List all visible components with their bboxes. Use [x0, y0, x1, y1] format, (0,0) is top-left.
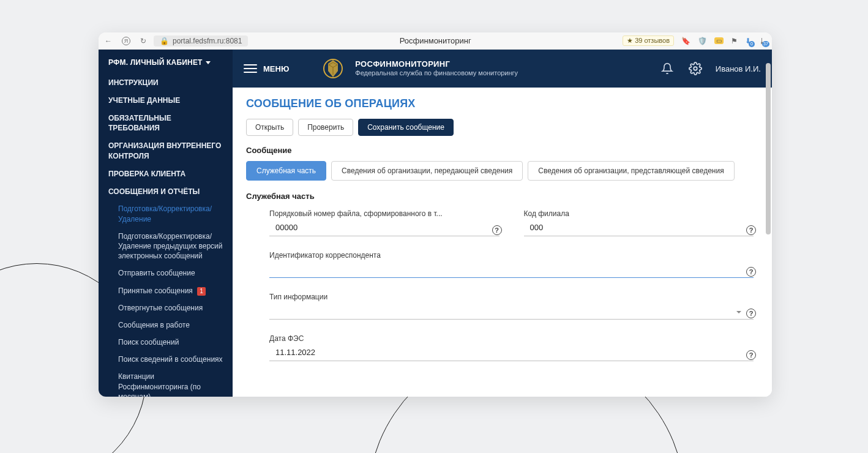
back-icon[interactable]: ←: [105, 37, 112, 45]
badge-count: 1: [197, 287, 206, 296]
open-button[interactable]: Открыть: [246, 119, 293, 136]
emblem-icon: [320, 55, 346, 82]
help-icon[interactable]: ?: [746, 350, 756, 360]
correspondent-id-label: Идентификатор корреспондента: [269, 251, 754, 260]
bookmark-icon[interactable]: 🔖: [681, 37, 690, 45]
page-tab-title: Росфинмониторинг: [255, 36, 615, 45]
sidebar-item-internal-control[interactable]: ОРГАНИЗАЦИЯ ВНУТРЕННЕГО КОНТРОЛЯ: [99, 137, 233, 165]
sidebar-item-account-data[interactable]: УЧЕТНЫЕ ДАННЫЕ: [99, 92, 233, 110]
help-icon[interactable]: ?: [746, 309, 756, 318]
menu-label: МЕНЮ: [263, 64, 289, 73]
brand: РОСФИНМОНИТОРИНГ Федеральная служба по ф…: [320, 55, 518, 82]
sidebar-sub-prepare-edit-delete[interactable]: Подготовка/Корректировка/Удаление: [99, 200, 233, 227]
extension-icon-1[interactable]: 🛡️: [698, 37, 707, 45]
help-icon[interactable]: ?: [492, 225, 502, 235]
reload-icon[interactable]: ↻: [140, 37, 146, 45]
help-icon[interactable]: ?: [746, 225, 756, 235]
brand-subtitle: Федеральная служба по финансовому монито…: [355, 69, 518, 77]
branch-code-label: Код филиала: [524, 209, 754, 218]
address-bar[interactable]: 🔒 portal.fedsfm.ru:8081: [154, 36, 248, 47]
svg-point-1: [694, 67, 697, 70]
save-button[interactable]: Сохранить сообщение: [358, 119, 454, 136]
brand-title: РОСФИНМОНИТОРИНГ: [355, 59, 518, 69]
sub-title: Служебная часть: [246, 192, 758, 201]
action-row: Открыть Проверить Сохранить сообщение: [246, 119, 758, 136]
file-seq-input[interactable]: [269, 220, 499, 236]
check-button[interactable]: Проверить: [298, 119, 353, 136]
reviews-badge[interactable]: ★ 39 отзывов: [623, 36, 674, 46]
sidebar-sub-rejected[interactable]: Отвергнутые сообщения: [99, 299, 233, 316]
extension-icon-2[interactable]: ▭: [714, 37, 724, 44]
form-area: Порядковый номер файла, сформированного …: [246, 209, 758, 361]
extension-icon-3[interactable]: ⚑: [731, 37, 738, 45]
sidebar-head-label: РФМ. ЛИЧНЫЙ КАБИНЕТ: [108, 58, 203, 67]
help-icon[interactable]: ?: [746, 267, 756, 277]
notifications-icon[interactable]: [659, 61, 675, 77]
page-title: СООБЩЕНИЕ ОБ ОПЕРАЦИЯХ: [246, 97, 758, 110]
tab-org-representing[interactable]: Сведения об организации, представляющей …: [528, 161, 734, 181]
browser-toolbar: ← Я ↻ 🔒 portal.fedsfm.ru:8081 Росфинмони…: [99, 32, 772, 50]
yandex-icon[interactable]: Я: [122, 37, 130, 45]
sidebar-item-instructions[interactable]: ИНСТРУКЦИИ: [99, 74, 233, 92]
tab-service-part[interactable]: Служебная часть: [246, 161, 326, 181]
sidebar-sub-label: Принятые сообщения: [118, 286, 193, 295]
settings-icon[interactable]: [687, 61, 703, 77]
scrollbar[interactable]: [766, 51, 771, 395]
extension-icon-4[interactable]: ⬇0: [745, 37, 751, 45]
content: СООБЩЕНИЕ ОБ ОПЕРАЦИЯХ Открыть Проверить…: [233, 88, 772, 397]
hamburger-icon: [244, 64, 257, 73]
section-label: Сообщение: [246, 146, 758, 155]
menu-button[interactable]: МЕНЮ: [244, 64, 289, 73]
sidebar-item-requirements[interactable]: ОБЯЗАТЕЛЬНЫЕ ТРЕБОВАНИЯ: [99, 110, 233, 138]
tab-row: Служебная часть Сведения об организации,…: [246, 161, 758, 181]
topbar: МЕНЮ РОСФИНМОНИТОРИНГ Федеральная служба…: [233, 50, 772, 88]
file-seq-label: Порядковый номер файла, сформированного …: [269, 209, 499, 218]
sidebar-sub-accepted[interactable]: Принятые сообщения 1: [99, 282, 233, 299]
address-text: portal.fedsfm.ru:8081: [173, 37, 242, 45]
info-type-label: Тип информации: [269, 293, 754, 301]
user-name[interactable]: Иванов И.И.: [716, 64, 761, 73]
sidebar-item-client-check[interactable]: ПРОВЕРКА КЛИЕНТА: [99, 165, 233, 183]
sidebar-sub-search-messages[interactable]: Поиск сообщений: [99, 334, 233, 351]
lock-icon: 🔒: [160, 37, 169, 45]
caret-down-icon: [206, 61, 211, 64]
main-area: МЕНЮ РОСФИНМОНИТОРИНГ Федеральная служба…: [233, 50, 772, 397]
sidebar: РФМ. ЛИЧНЫЙ КАБИНЕТ ИНСТРУКЦИИ УЧЕТНЫЕ Д…: [99, 50, 233, 397]
chevron-down-icon: [736, 311, 741, 313]
sidebar-sub-search-data[interactable]: Поиск сведений в сообщениях: [99, 351, 233, 368]
sidebar-head[interactable]: РФМ. ЛИЧНЫЙ КАБИНЕТ: [99, 58, 233, 74]
sidebar-sub-receipts[interactable]: Квитанции Росфинмониторинга (по месяцам): [99, 368, 233, 397]
info-type-select[interactable]: [269, 304, 754, 320]
tab-org-transmitting[interactable]: Сведения об организации, передающей свед…: [331, 161, 523, 181]
fes-date-input[interactable]: [269, 345, 754, 361]
sidebar-sub-in-progress[interactable]: Сообщения в работе: [99, 316, 233, 334]
correspondent-id-input[interactable]: [269, 262, 754, 278]
sidebar-sub-send-message[interactable]: Отправить сообщение: [99, 264, 233, 282]
scrollbar-thumb[interactable]: [766, 63, 771, 234]
download-icon[interactable]: ⭳37: [758, 37, 766, 45]
branch-code-input[interactable]: [524, 220, 754, 236]
sidebar-sub-prepare-prev-versions[interactable]: Подготовка/Корректировка/Удаление предыд…: [99, 228, 233, 265]
browser-window: ← Я ↻ 🔒 portal.fedsfm.ru:8081 Росфинмони…: [99, 32, 772, 397]
fes-date-label: Дата ФЭС: [269, 334, 754, 343]
sidebar-item-messages-reports[interactable]: СООБЩЕНИЯ И ОТЧЁТЫ: [99, 183, 233, 201]
